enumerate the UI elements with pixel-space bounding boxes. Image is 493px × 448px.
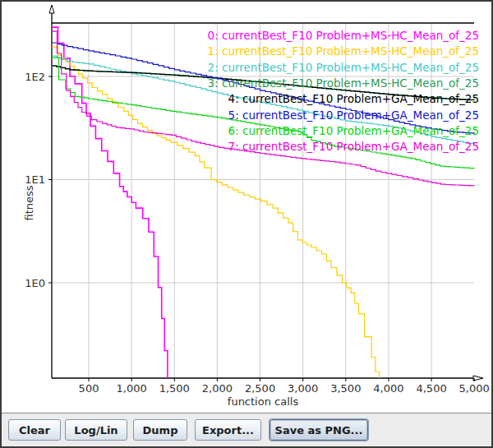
clear-button[interactable]: Clear xyxy=(8,419,61,441)
dump-button[interactable]: Dump xyxy=(133,419,187,441)
legend-entry-3: 3: currentBest_F10 Problem+MS-HC_Mean_of… xyxy=(208,76,479,90)
x-tick-label: 1,000 xyxy=(117,382,147,395)
button-bar: Clear Log/Lin Dump Export... Save as PNG… xyxy=(2,413,491,446)
legend-entry-2: 2: currentBest_F10 Problem+MS-HC_Mean_of… xyxy=(208,61,479,74)
x-tick-label: 3,500 xyxy=(330,382,361,395)
x-axis-arrow-icon xyxy=(473,376,483,381)
legend-entry-6: 6: currentBest_F10 Problem+GA_Mean_of_25 xyxy=(228,124,479,137)
export-button[interactable]: Export... xyxy=(195,419,261,441)
fitness-chart: 5001,0001,5002,0002,5003,0003,5004,0004,… xyxy=(2,2,491,413)
x-tick-label: 3,000 xyxy=(288,382,318,395)
legend-entry-4: 4: currentBest_F10 Problem+GA_Mean_of_25 xyxy=(228,92,479,105)
x-tick-label: 4,500 xyxy=(416,382,446,395)
curve-0 xyxy=(52,27,168,386)
legend-entry-0: 0: currentBest_F10 Problem+MS-HC_Mean_of… xyxy=(208,29,479,42)
x-tick-label: 5,000 xyxy=(459,382,490,395)
y-tick-label: 1E0 xyxy=(25,277,45,289)
x-axis-title: function calls xyxy=(228,395,299,408)
y-tick-label: 1E2 xyxy=(25,71,45,83)
legend-entry-7: 7: currentBest_F10 Problem+GA_Mean_of_25 xyxy=(228,140,479,153)
y-axis-arrow-icon xyxy=(49,5,54,13)
legend-entry-5: 5: currentBest_F10 Problem+GA_Mean_of_25 xyxy=(228,109,479,122)
fitness-chart-panel: 5001,0001,5002,0002,5003,0003,5004,0004,… xyxy=(2,2,491,413)
log-lin-button[interactable]: Log/Lin xyxy=(65,419,127,441)
y-tick-label: 1E1 xyxy=(25,173,45,186)
x-tick-label: 500 xyxy=(79,382,99,395)
y-axis-title: fitness xyxy=(23,185,35,220)
legend-entry-1: 1: currentBest_F10 Problem+MS-HC_Mean_of… xyxy=(208,44,479,58)
x-tick-label: 4,000 xyxy=(373,382,403,395)
x-tick-label: 2,000 xyxy=(202,382,233,395)
save-as-png-button[interactable]: Save as PNG... xyxy=(270,419,368,441)
plot-window: 5001,0001,5002,0002,5003,0003,5004,0004,… xyxy=(0,0,493,448)
x-tick-label: 1,500 xyxy=(159,382,190,395)
x-tick-label: 2,500 xyxy=(245,382,275,395)
